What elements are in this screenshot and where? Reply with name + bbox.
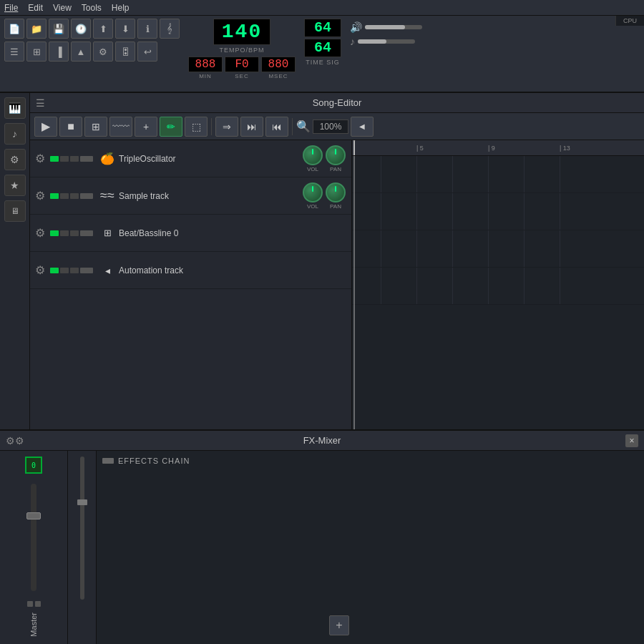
song-editor: ☰ Song-Editor ▶ ■ ⊞ 〰〰 + ✏ ⬚ ⇒ ⏭ ⏮ 🔍 100… [30, 93, 644, 429]
fx-mixer: ⚙⚙ FX-Mixer × 0 Master [0, 429, 644, 644]
export-btn[interactable]: ⬆ [93, 19, 113, 39]
fx-add-button[interactable]: + [329, 615, 349, 635]
fx-master-channel: 0 Master [0, 451, 68, 644]
song-editor-menu-icon[interactable]: ☰ [36, 97, 45, 109]
midi-btn[interactable]: 𝄞 [160, 19, 180, 39]
menu-help[interactable]: Help [112, 3, 130, 13]
skip-start-btn[interactable]: ⏮ [265, 117, 288, 137]
track-btn-1a[interactable] [60, 156, 69, 162]
eq-view-btn[interactable]: ▲ [71, 42, 91, 62]
bpm-display[interactable]: 140 [213, 19, 270, 45]
master-controls: 🔊 ♪ [350, 19, 422, 47]
track-mute-btn-2[interactable] [50, 193, 59, 199]
menu-tools[interactable]: Tools [82, 3, 102, 13]
fx-recv-btn[interactable] [35, 601, 41, 607]
track-settings-icon-2[interactable]: ⚙ [33, 189, 47, 203]
timer-msec-label: MSEC [268, 73, 288, 79]
skip-end-btn[interactable]: ⏭ [240, 117, 263, 137]
grid-row-3 [352, 230, 644, 268]
select-btn[interactable]: ⬚ [185, 117, 208, 137]
stop-btn[interactable]: ■ [59, 117, 82, 137]
history-btn[interactable]: 🕐 [71, 19, 91, 39]
loop-btn[interactable]: ⇒ [215, 117, 238, 137]
track-btn-4a[interactable] [60, 268, 69, 273]
zoom-out-btn[interactable]: ◀ [351, 117, 374, 137]
new-btn[interactable]: 📄 [4, 19, 24, 39]
song-view-btn[interactable]: ☰ [4, 42, 24, 62]
song-editor-header: ☰ Song-Editor [30, 93, 644, 113]
track-icon-1: 🍊 [99, 150, 116, 167]
piano-view-btn[interactable]: ▐ [49, 42, 69, 62]
track-settings-icon-3[interactable]: ⚙ [33, 226, 47, 240]
track-vol-pan-1: VOL PAN [303, 145, 346, 172]
pan-knob-1[interactable] [326, 145, 346, 165]
vol-knob-2[interactable] [303, 182, 323, 203]
fx-main-fader-handle[interactable] [77, 499, 87, 505]
track-btn-3b[interactable] [70, 230, 79, 236]
record-btn[interactable]: 〰〰 [109, 117, 132, 137]
automation-view-btn[interactable]: ↩ [137, 42, 157, 62]
export2-btn[interactable]: ⬇ [115, 19, 135, 39]
fx-close-button[interactable]: × [625, 434, 638, 447]
track-name-2[interactable]: Sample track [119, 191, 303, 201]
timesig-lower[interactable]: 64 [304, 39, 341, 57]
tracks-list: ⚙ 🍊 TripleOscillator VOL [30, 140, 352, 429]
track-mute-btn-4[interactable] [50, 268, 59, 273]
info-btn[interactable]: ℹ [137, 19, 157, 39]
pan-knob-2[interactable] [326, 182, 346, 203]
playhead[interactable] [353, 140, 355, 155]
track-mute-btn-3[interactable] [50, 230, 59, 236]
fx-main-fader-track[interactable] [80, 457, 84, 600]
menu-edit[interactable]: Edit [28, 3, 43, 13]
track-btn-4b[interactable] [70, 268, 79, 273]
sidebar-item-favorites[interactable]: ★ [4, 175, 26, 196]
track-mute-btn-1[interactable] [50, 156, 59, 162]
pan-knob-group-2: PAN [326, 182, 346, 210]
pattern-view-btn[interactable]: ⊞ [84, 117, 107, 137]
master-pitch-slider[interactable] [358, 39, 415, 44]
sidebar-item-samples[interactable]: ♪ [4, 123, 26, 145]
fx-view-btn[interactable]: 🎛 [115, 42, 135, 62]
track-btn-1b[interactable] [70, 156, 79, 162]
master-volume-slider[interactable] [365, 25, 422, 29]
draw-btn[interactable]: ✏ [160, 117, 182, 137]
track-btn-2b[interactable] [70, 193, 79, 199]
track-solo-btn-3[interactable] [80, 230, 93, 236]
fx-fader-handle[interactable] [26, 512, 41, 519]
track-buttons-3 [50, 230, 93, 236]
timer-msec[interactable]: 880 [261, 57, 296, 72]
track-btn-3a[interactable] [60, 230, 69, 236]
track-settings-icon-1[interactable]: ⚙ [33, 152, 47, 166]
sidebar-item-instruments[interactable]: 🎹 [4, 97, 26, 119]
track-name-1[interactable]: TripleOscillator [119, 154, 303, 164]
track-settings-icon-4[interactable]: ⚙ [33, 263, 47, 278]
menu-view[interactable]: View [53, 3, 72, 13]
sidebar-item-plugins[interactable]: ⚙ [4, 149, 26, 170]
add-sample-btn[interactable]: + [135, 117, 157, 137]
fx-fader-track[interactable] [31, 484, 36, 591]
fx-send-btn[interactable] [27, 601, 33, 607]
playhead-triangle [352, 140, 358, 142]
sidebar-item-computer[interactable]: 🖥 [4, 200, 26, 222]
play-btn[interactable]: ▶ [34, 117, 57, 137]
track-name-4[interactable]: Automation track [119, 265, 348, 275]
track-solo-btn-1[interactable] [80, 156, 93, 162]
track-btn-2a[interactable] [60, 193, 69, 199]
timeline-ruler: | 5 | 9 | 13 [352, 140, 644, 156]
menu-file[interactable]: File [4, 3, 18, 13]
volume-icon: 🔊 [350, 21, 362, 33]
timer-min[interactable]: 888 [188, 57, 223, 72]
track-solo-btn-2[interactable] [80, 193, 93, 199]
vol-knob-1[interactable] [303, 145, 323, 165]
grid-row-2 [352, 193, 644, 230]
mixer-view-btn[interactable]: ⚙ [93, 42, 113, 62]
track-name-3[interactable]: Beat/Bassline 0 [119, 228, 348, 238]
open-btn[interactable]: 📁 [26, 19, 47, 39]
track-vol-pan-2: VOL PAN [303, 182, 346, 210]
beat-view-btn[interactable]: ⊞ [26, 42, 47, 62]
track-solo-btn-4[interactable] [80, 268, 93, 273]
fx-send-recv [27, 601, 41, 607]
timer-sec[interactable]: F0 [225, 57, 259, 72]
save-btn[interactable]: 💾 [49, 19, 69, 39]
timesig-upper[interactable]: 64 [304, 19, 341, 37]
